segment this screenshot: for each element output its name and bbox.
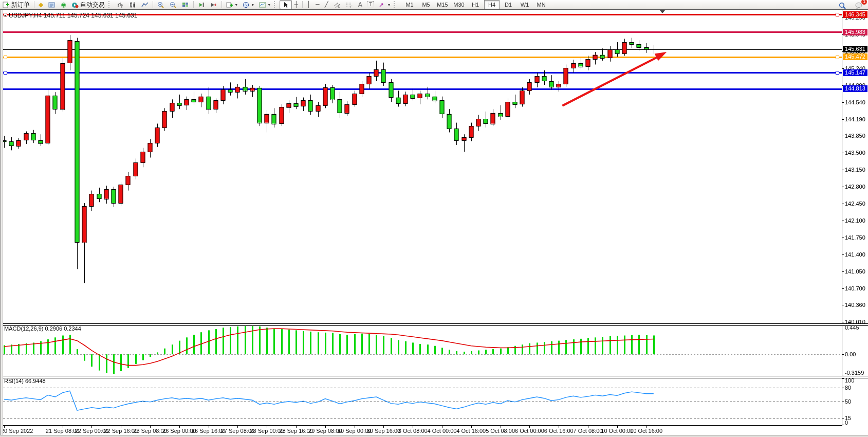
time-tick-mark [588, 426, 588, 428]
candlestick-chart-button[interactable] [126, 0, 139, 9]
pane-divider[interactable] [0, 323, 868, 326]
templates-button[interactable]: ▾ [256, 0, 273, 9]
price-tick-label: 144.540 [845, 99, 865, 105]
indicators-button[interactable]: ▾ [224, 0, 240, 9]
time-tick-mark [413, 426, 413, 428]
separator [153, 1, 153, 8]
timeframe-button-m30[interactable]: M30 [451, 0, 467, 9]
price-tick-mark [842, 102, 844, 103]
chart-shift-button[interactable] [208, 0, 220, 9]
market-watch-icon: ◆ [39, 2, 43, 8]
arrows-icon [379, 2, 386, 8]
price-tick-mark [842, 170, 844, 170]
timeframe-button-h1[interactable]: H1 [468, 0, 483, 9]
separator [302, 1, 303, 8]
time-axis-label: 5 Oct 08:00 [486, 428, 515, 434]
rsi-pane-border [3, 425, 842, 426]
signals-button[interactable]: ◉ [58, 0, 68, 9]
time-axis-label: 20 Sep 2022 [1, 428, 33, 434]
fibonacci-button[interactable]: F [343, 0, 356, 9]
timeframe-button-w1[interactable]: W1 [517, 0, 532, 9]
price-level-badge-146.345: 146.345 [843, 11, 867, 18]
indicators-icon [226, 2, 233, 8]
price-tick-mark [842, 153, 844, 153]
bar-chart-button[interactable] [114, 0, 126, 9]
window-bottom-edge [0, 435, 868, 437]
pane-divider[interactable] [0, 376, 868, 378]
price-axis-line [842, 10, 842, 425]
window-left-edge [0, 10, 3, 437]
auto-trading-label: 自动交易 [80, 1, 105, 9]
cursor-button[interactable] [280, 0, 292, 9]
zoom-out-button[interactable] [167, 0, 179, 9]
signals-icon: ◉ [61, 2, 66, 8]
search-button[interactable] [836, 1, 848, 10]
timeframe-button-m15[interactable]: M15 [435, 0, 450, 9]
time-axis-label: 7 Oct 08:00 [574, 428, 603, 434]
tile-windows-button[interactable] [179, 0, 192, 9]
timeframe-button-m5[interactable]: M5 [418, 0, 434, 9]
time-tick-mark [91, 426, 92, 428]
market-watch-button[interactable]: ◆ [36, 0, 46, 9]
price-chart-canvas[interactable] [0, 10, 868, 437]
time-axis-label: 6 Oct 00:00 [515, 428, 544, 434]
equidistant-channel-icon: E [334, 2, 341, 8]
vertical-line-icon: │ [307, 2, 310, 8]
price-tick-label: 141.050 [845, 268, 865, 275]
zoom-in-icon [157, 2, 164, 8]
price-tick-mark [842, 254, 844, 255]
time-axis-label: 26 Sep 16:00 [192, 428, 225, 434]
chart-shift-marker[interactable] [660, 10, 665, 13]
auto-trading-button[interactable]: 自动交易 [69, 0, 107, 9]
price-level-badge-145.472: 145.472 [843, 53, 867, 60]
timeframe-button-h4[interactable]: H4 [484, 0, 500, 9]
time-tick-mark [4, 426, 5, 428]
auto-scroll-button[interactable] [195, 0, 208, 9]
time-tick-mark [237, 426, 238, 428]
price-level-badge-145.983: 145.983 [843, 29, 867, 35]
price-tick-mark [842, 288, 844, 289]
time-axis-label: 22 Sep 16:00 [104, 428, 137, 434]
zoom-in-button[interactable] [155, 0, 167, 9]
timeframe-button-mn[interactable]: MN [533, 0, 549, 9]
time-tick-mark [383, 426, 384, 428]
new-order-button[interactable]: 新订单 [0, 0, 32, 9]
text-label-button[interactable]: T [365, 0, 376, 9]
time-tick-mark [121, 426, 121, 428]
price-tick-label: 143.500 [845, 150, 865, 156]
bar-chart-icon [117, 2, 124, 8]
price-tick-label: 142.450 [845, 201, 865, 207]
rsi-axis-label: 80 [845, 385, 851, 391]
time-axis-label: 3 Oct 08:00 [398, 428, 428, 434]
svg-text:F: F [350, 5, 353, 8]
data-window-button[interactable] [46, 0, 58, 9]
notifications-button[interactable]: 1 [853, 1, 865, 10]
channel-button[interactable]: E [331, 0, 343, 9]
arrows-tool-button[interactable]: ▾ [376, 0, 393, 9]
dropdown-caret: ▾ [235, 3, 237, 7]
price-tick-label: 140.360 [845, 302, 865, 308]
price-tick-mark [842, 204, 844, 204]
time-tick-mark [150, 426, 151, 428]
time-tick-mark [647, 426, 647, 428]
timeframe-button-m1[interactable]: M1 [402, 0, 417, 9]
horizontal-line-button[interactable]: ─ [313, 0, 322, 9]
time-axis-label: 27 Sep 08:00 [221, 428, 254, 434]
text-tool-button[interactable]: A [356, 0, 365, 9]
crosshair-button[interactable]: ┼ [292, 0, 301, 9]
time-axis-label: 10 Oct 00:00 [601, 428, 633, 434]
time-tick-mark [471, 426, 472, 428]
vertical-line-button[interactable]: │ [304, 0, 313, 9]
toolbar-right-group: 1 [836, 1, 865, 10]
line-chart-button[interactable] [139, 0, 151, 9]
rsi-axis-label-tick [842, 402, 844, 402]
data-window-icon [48, 2, 56, 8]
notification-badge: 1 [861, 0, 867, 5]
trendline-button[interactable]: ╱ [322, 0, 330, 9]
timeframe-button-d1[interactable]: D1 [501, 0, 516, 9]
rsi-label: RSI(14) 66.9448 [4, 378, 46, 384]
tile-windows-icon [182, 2, 189, 8]
periods-button[interactable]: ▾ [240, 0, 256, 9]
chart-title-text: USDJPY,H4 145.711 145.724 145.631 145.63… [9, 12, 137, 19]
time-tick-mark [442, 426, 442, 428]
